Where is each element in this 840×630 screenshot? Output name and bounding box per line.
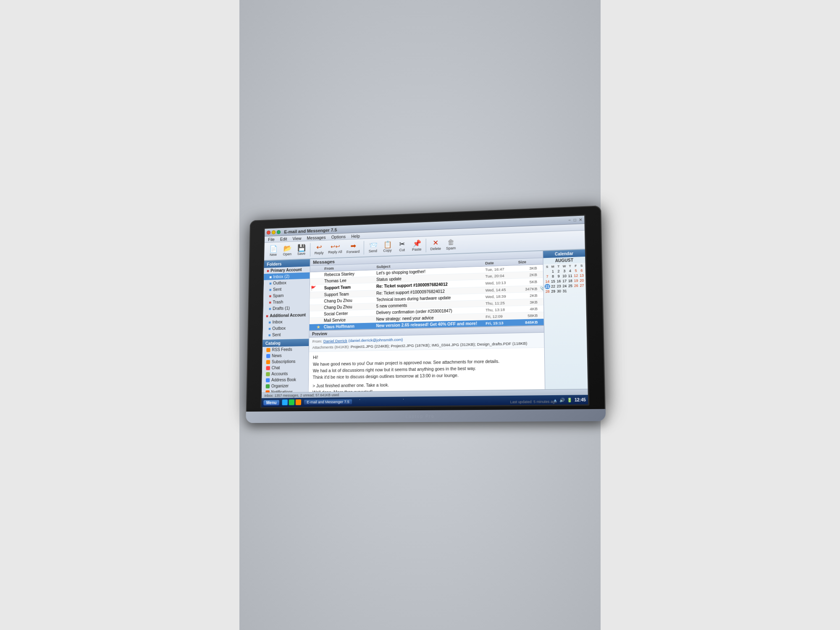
row-date: Thu, 13:18 [484,307,517,313]
sidebar: Folders ■ Primary Account ■ [262,259,310,392]
primary-account-icon: ■ [267,268,269,273]
content-area: Messages From Subject [309,251,545,392]
clock-display: 12:45 [575,397,586,402]
restore-icon[interactable]: □ [574,218,576,222]
cal-day [567,288,573,293]
row-attach [539,321,543,322]
taskbar-app-btn[interactable]: E-mail and Messenger 7.5 [304,399,352,405]
cal-day[interactable]: 18 [567,278,573,283]
menu-file[interactable]: File [267,237,276,242]
cal-day[interactable]: 30 [556,289,562,294]
taskbar-icon-1 [282,399,288,405]
cut-button[interactable]: ✂ Cut [395,240,409,253]
menu-options[interactable]: Options [330,234,347,239]
cal-day[interactable]: 19 [573,278,579,283]
sidebar-item-sent2[interactable]: ■ Sent [263,331,309,338]
col-size[interactable]: Size [517,258,539,265]
reply-button[interactable]: ↩ Reply [312,243,326,256]
row-size: 2KB [517,293,539,299]
new-button[interactable]: 📄 New [267,244,280,257]
cal-day[interactable]: 22 [550,284,556,289]
save-button[interactable]: 💾 Save [294,244,308,257]
cal-day[interactable]: 27 [579,283,585,288]
forward-button[interactable]: ➡ Forward [344,242,362,255]
cal-day[interactable]: 3 [562,268,567,273]
start-button[interactable]: Menu [263,400,279,405]
cal-day[interactable]: 23 [556,284,562,289]
spam-button[interactable]: 🗑 Spam [444,238,458,251]
open-label: Open [283,252,292,256]
catalog-section-header[interactable]: Catalog [262,339,309,347]
outbox2-folder-icon: ■ [268,326,271,331]
cal-day[interactable]: 26 [573,283,579,288]
cal-day [579,288,585,293]
cal-day[interactable]: 4 [567,268,573,273]
row-date: Wed, 10:13 [484,280,517,286]
close-icon[interactable]: ✕ [579,218,582,222]
cal-day[interactable]: 11 [567,273,573,278]
spam-label: Spam [446,246,456,250]
row-attach [539,315,543,315]
maximize-btn[interactable] [277,230,281,234]
row-from: Support Team [323,291,375,297]
paste-button[interactable]: 📌 Paste [410,239,424,252]
cal-day-today[interactable]: 21 [544,284,550,289]
row-size: 347KB [517,286,539,292]
copy-button[interactable]: 📋 Copy [381,240,394,254]
cal-day[interactable]: 29 [550,289,556,294]
cal-day[interactable]: 15 [550,279,556,284]
menu-view[interactable]: View [291,236,303,241]
row-from: Chang Du Zhou [323,297,375,304]
open-button[interactable]: 📂 Open [281,244,294,257]
cal-day[interactable]: 12 [573,273,579,278]
col-star [316,268,323,269]
news-icon [266,354,270,358]
copy-icon: 📋 [383,241,391,248]
row-size: 2KB [517,272,539,278]
cal-day[interactable]: 20 [579,278,585,283]
sidebar-item-drafts[interactable]: ■ Drafts (1) [263,304,310,312]
reply-icon: ↩ [316,244,322,250]
cal-day[interactable]: 14 [544,279,550,284]
close-btn[interactable] [267,230,270,234]
catalog-item-addressbook[interactable]: Address Book [262,376,308,383]
cal-day[interactable]: 17 [562,278,567,284]
reply-all-icon: ↩↩ [331,244,340,250]
row-star [316,281,323,282]
catalog-item-accounts[interactable]: Accounts [262,370,309,377]
minimize-icon[interactable]: − [568,218,571,223]
catalog-item-chat[interactable]: Chat [262,364,308,371]
catalog-item-notifications[interactable]: Notifications [262,388,308,392]
cal-day[interactable]: 28 [545,289,551,294]
row-date: Wed, 14:45 [484,286,517,293]
send-button[interactable]: 📨 Send [366,241,380,254]
cal-day[interactable]: 10 [562,273,567,278]
status-text: Inbox: 1357 messages, 2 unread; 57.641KB… [264,393,339,398]
cal-grid: SMTWTFS 1 2 3 4 5 6 [543,263,586,295]
cal-day[interactable]: 25 [567,283,573,288]
cal-day[interactable]: 16 [556,278,562,284]
col-date[interactable]: Date [483,259,517,266]
minimize-btn[interactable] [272,230,276,234]
row-size: 5KB [517,279,539,285]
row-star [316,301,323,302]
catalog-item-organizer[interactable]: Organizer [262,383,308,389]
cal-day[interactable]: 24 [562,284,567,289]
cal-day[interactable]: 5 [573,268,579,273]
battery-icon: 🔋 [567,397,572,402]
row-flag [310,281,316,282]
cal-day[interactable]: 7 [544,274,550,279]
cal-day[interactable] [544,269,550,274]
menu-help[interactable]: Help [350,234,361,239]
cal-day[interactable]: 31 [562,289,568,294]
menu-messages[interactable]: Messages [306,235,327,240]
reply-all-button[interactable]: ↩↩ Reply All [326,242,344,255]
cal-day[interactable]: 13 [579,273,585,278]
cal-day[interactable]: 9 [556,273,562,278]
cal-day[interactable]: 6 [579,268,585,273]
cal-day[interactable]: 1 [550,269,556,274]
cal-day[interactable]: 2 [556,269,562,274]
menu-edit[interactable]: Edit [279,236,289,241]
delete-button[interactable]: ✕ Delete [428,239,443,252]
cal-day[interactable]: 8 [550,274,556,279]
